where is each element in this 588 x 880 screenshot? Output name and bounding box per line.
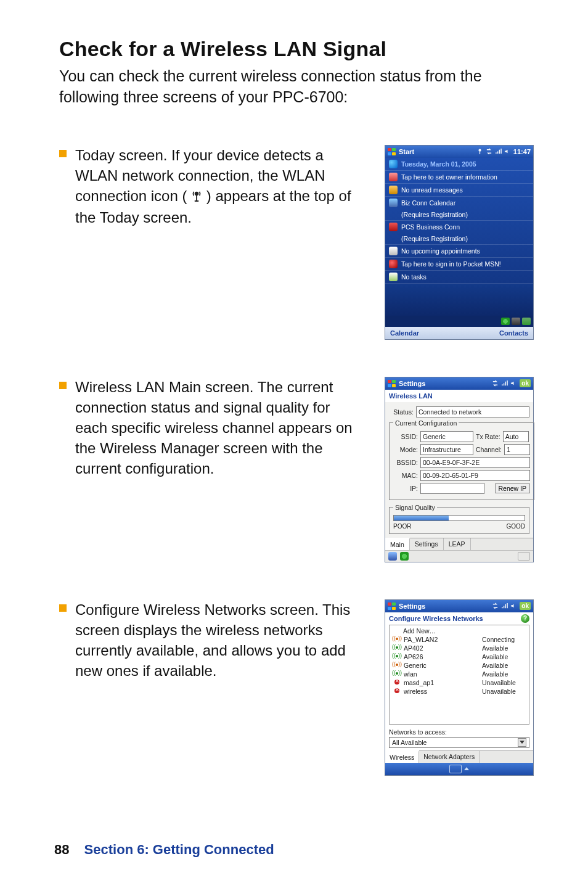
bullet-3-text: Configure Wireless Networks screen. This… [75,599,360,681]
softkey-contacts[interactable]: Contacts [499,329,528,337]
date-icon [389,160,398,168]
add-new-row[interactable]: Add New… [390,627,529,635]
speaker-icon[interactable] [510,380,517,387]
windows-flag-icon [388,602,396,611]
sip-bar[interactable] [385,763,533,775]
softkey-calendar[interactable]: Calendar [390,329,419,337]
wlan-antenna-icon [191,187,202,207]
tab-network-adapters[interactable]: Network Adapters [419,751,480,763]
network-name: PA_WLAN2 [404,636,479,643]
status-label: Status: [389,408,414,416]
network-wave-icon [393,645,401,651]
bullet-icon [59,382,67,389]
today-date[interactable]: Tuesday, March 01, 2005 [401,160,476,168]
signal-quality-group: Signal Quality POORGOOD [389,504,529,534]
owner-row[interactable]: Tap here to set owner information [401,173,497,181]
tab-wireless[interactable]: Wireless [385,750,419,763]
screenshot-today-screen: Start 11:47 Tuesday, March 01, 2005 Tap … [385,145,534,340]
network-unavailable-icon [393,688,401,694]
caret-up-icon [464,767,469,770]
appt-row[interactable]: No upcoming appointments [401,247,480,255]
network-name: wireless [404,688,479,695]
tray-icon[interactable] [388,552,397,561]
page-intro: You can check the current wireless conne… [59,66,534,108]
network-row[interactable]: PA_WLAN2Connecting [390,635,529,644]
network-row[interactable]: GenericAvailable [390,661,529,670]
network-row[interactable]: AP626Available [390,652,529,661]
poor-label: POOR [393,523,411,530]
tab-main[interactable]: Main [385,538,410,550]
clock-text[interactable]: 11:47 [513,148,531,155]
configure-subhead: Configure Wireless Networks [389,615,521,622]
ok-button[interactable]: ok [520,379,531,387]
screenshot-configure-networks: Settings ok Configure Wireless Networks … [385,599,534,776]
tasks-row[interactable]: No tasks [401,273,427,281]
networks-access-dropdown[interactable]: All Available [389,737,529,748]
signal-icon[interactable] [495,148,502,155]
network-wave-icon [393,654,401,660]
keyboard-icon[interactable] [518,552,530,561]
bssid-label: BSSID: [393,459,418,466]
wlan-subhead: Wireless LAN [385,390,533,402]
ok-button[interactable]: ok [520,602,531,610]
network-wave-icon [393,636,401,643]
ip-label: IP: [393,485,418,492]
windows-flag-icon [388,379,396,388]
svg-point-1 [479,149,481,151]
tab-leap[interactable]: LEAP [444,538,471,550]
help-icon[interactable]: ? [521,614,529,623]
sync-icon[interactable] [492,602,499,609]
network-row[interactable]: AP402Available [390,644,529,652]
networks-access-value: All Available [392,739,427,746]
bssid-field: 00-0A-E9-0F-3F-2E [420,457,530,468]
speaker-icon[interactable] [510,602,517,609]
tray-icon[interactable] [400,552,409,561]
network-name: AP626 [404,653,479,660]
sync-icon[interactable] [486,148,492,155]
network-name: AP402 [404,644,479,652]
signal-quality-legend: Signal Quality [393,504,437,511]
network-list[interactable]: Add New… PA_WLAN2ConnectingAP402Availabl… [389,625,529,725]
network-status: Available [482,644,525,652]
network-name: Generic [404,662,479,669]
network-row[interactable]: wirelessUnavailable [390,687,529,696]
txrate-field: Auto [503,431,529,442]
pcs-row-sub: (Requires Registration) [389,235,529,242]
mail-row[interactable]: No unread messages [401,186,463,194]
network-wave-icon [393,671,401,677]
current-config-legend: Current Configuration [393,419,459,427]
add-new-label: Add New… [403,627,436,635]
mac-label: MAC: [393,472,418,479]
good-label: GOOD [506,523,525,530]
network-row[interactable]: masd_ap1Unavailable [390,678,529,687]
msn-row[interactable]: Tap here to sign in to Pocket MSN! [401,260,501,268]
network-status: Unavailable [482,688,525,695]
biz-row[interactable]: Biz Conn Calendar [401,199,455,207]
page-heading: Check for a Wireless LAN Signal [59,37,534,61]
wlan-status-icon[interactable] [476,148,483,155]
ip-field [420,483,484,494]
tray-icon[interactable] [512,318,520,325]
tab-settings[interactable]: Settings [410,538,444,550]
today-title[interactable]: Start [399,148,414,155]
settings-title[interactable]: Settings [399,380,425,387]
bullet-icon [59,604,67,612]
tray-icon[interactable] [501,318,510,325]
renew-ip-button[interactable]: Renew IP [495,483,531,493]
network-wave-icon [393,662,401,668]
msn-icon [389,260,398,268]
signal-icon[interactable] [501,602,508,609]
biz-icon [389,199,398,207]
pcs-row[interactable]: PCS Business Conn [401,223,460,231]
speaker-icon[interactable] [504,148,511,155]
system-tray [385,316,533,327]
sync-icon[interactable] [492,380,499,387]
tray-icon[interactable] [522,318,531,325]
settings-title[interactable]: Settings [399,602,425,610]
chevron-down-icon [518,738,526,747]
signal-icon[interactable] [501,380,508,387]
biz-row-sub: (Requires Registration) [389,211,529,218]
ssid-field[interactable]: Generic [420,431,473,442]
mode-label: Mode: [393,446,418,453]
network-row[interactable]: wlanAvailable [390,670,529,678]
